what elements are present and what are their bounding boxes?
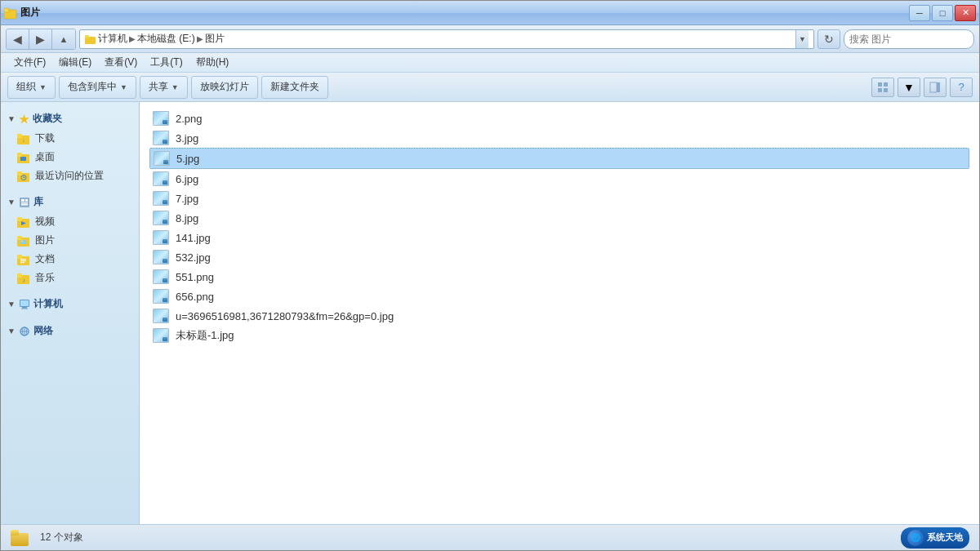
file-item[interactable]: 3.jpg bbox=[149, 128, 969, 148]
nav-btn-group: ◀ ▶ ▲ bbox=[6, 29, 76, 50]
slideshow-button[interactable]: 放映幻灯片 bbox=[191, 76, 258, 99]
favorites-star-icon: ★ bbox=[19, 113, 29, 126]
search-input[interactable] bbox=[849, 33, 972, 45]
sidebar-library-header[interactable]: ▼ 库 bbox=[1, 192, 139, 212]
svg-rect-36 bbox=[20, 260, 26, 261]
file-item[interactable]: 7.jpg bbox=[149, 189, 969, 208]
new-folder-button[interactable]: 新建文件夹 bbox=[261, 76, 328, 99]
address-folder-icon bbox=[85, 34, 96, 44]
back-button[interactable]: ◀ bbox=[7, 29, 29, 49]
library-icon bbox=[19, 197, 30, 208]
file-item[interactable]: 141.jpg bbox=[149, 228, 969, 247]
include-button[interactable]: 包含到库中 ▼ bbox=[59, 76, 136, 99]
file-name-label: 6.jpg bbox=[176, 173, 198, 185]
svg-rect-42 bbox=[20, 300, 29, 306]
svg-rect-30 bbox=[17, 236, 22, 240]
toolbar: 组织 ▼ 包含到库中 ▼ 共享 ▼ 放映幻灯片 新建文件夹 bbox=[1, 73, 979, 102]
menu-file[interactable]: 文件(F) bbox=[7, 54, 52, 71]
include-label: 包含到库中 bbox=[68, 80, 117, 94]
svg-rect-25 bbox=[21, 204, 28, 206]
file-thumbnail-icon bbox=[153, 191, 169, 206]
sidebar-item-video[interactable]: 视频 bbox=[1, 212, 139, 231]
brand-text: 系统天地 bbox=[927, 531, 963, 544]
sidebar-item-download[interactable]: ↓ 下载 bbox=[1, 129, 139, 148]
path-part-disk[interactable]: 本地磁盘 (E:) bbox=[137, 32, 195, 46]
sidebar-pictures-label: 图片 bbox=[35, 233, 55, 247]
main-content: ▼ ★ 收藏夹 ↓ 下载 bbox=[1, 102, 979, 524]
file-name-label: 3.jpg bbox=[176, 132, 198, 144]
file-name-label: 2.png bbox=[176, 113, 203, 125]
menu-help[interactable]: 帮助(H) bbox=[189, 54, 236, 71]
sidebar-network-header[interactable]: ▼ 网络 bbox=[1, 321, 139, 341]
sidebar-computer-header[interactable]: ▼ 计算机 bbox=[1, 294, 139, 314]
svg-rect-43 bbox=[22, 307, 27, 309]
svg-point-32 bbox=[21, 240, 23, 242]
file-item[interactable]: 551.png bbox=[149, 267, 969, 287]
path-part-computer[interactable]: 计算机 bbox=[98, 32, 127, 46]
sidebar-item-recent[interactable]: 最近访问的位置 bbox=[1, 167, 139, 185]
sidebar-item-docs[interactable]: 文档 bbox=[1, 250, 139, 269]
svg-rect-3 bbox=[85, 35, 89, 38]
video-icon bbox=[17, 216, 30, 229]
svg-rect-23 bbox=[25, 199, 28, 202]
refresh-button[interactable]: ↻ bbox=[817, 29, 840, 49]
svg-rect-35 bbox=[20, 259, 26, 260]
address-dropdown-button[interactable]: ▼ bbox=[795, 30, 808, 48]
file-item[interactable]: 未标题-1.jpg bbox=[149, 326, 969, 345]
close-button[interactable]: ✕ bbox=[955, 5, 976, 21]
file-item[interactable]: u=3696516981,3671280793&fm=26&gp=0.jpg bbox=[149, 306, 969, 326]
network-label: 网络 bbox=[33, 324, 53, 338]
file-thumbnail-icon bbox=[153, 269, 169, 284]
view-dropdown-button[interactable]: ▼ bbox=[898, 78, 920, 97]
help-button[interactable]: ? bbox=[950, 78, 973, 97]
minimize-button[interactable]: ─ bbox=[909, 5, 930, 21]
file-item[interactable]: 532.jpg bbox=[149, 247, 969, 267]
menubar: 文件(F) 编辑(E) 查看(V) 工具(T) 帮助(H) bbox=[1, 53, 979, 73]
favorites-chevron: ▼ bbox=[7, 114, 16, 123]
address-box[interactable]: 计算机 ▶ 本地磁盘 (E:) ▶ 图片 ▼ bbox=[79, 29, 814, 49]
svg-rect-22 bbox=[21, 199, 24, 202]
pictures-icon bbox=[17, 234, 30, 247]
menu-edit[interactable]: 编辑(E) bbox=[52, 54, 98, 71]
sidebar-item-pictures[interactable]: 图片 bbox=[1, 231, 139, 250]
sidebar-favorites-header[interactable]: ▼ ★ 收藏夹 bbox=[1, 109, 139, 129]
file-thumbnail-icon bbox=[153, 111, 169, 126]
brand-badge: 🌐 系统天地 bbox=[901, 527, 969, 549]
file-item[interactable]: 8.jpg bbox=[149, 208, 969, 228]
preview-pane-button[interactable] bbox=[924, 78, 947, 97]
file-name-label: 141.jpg bbox=[176, 232, 211, 244]
view-size-button[interactable] bbox=[871, 78, 894, 97]
sidebar-desktop-label: 桌面 bbox=[35, 150, 55, 164]
share-button[interactable]: 共享 ▼ bbox=[140, 76, 188, 99]
file-item[interactable]: 656.png bbox=[149, 287, 969, 306]
menu-view[interactable]: 查看(V) bbox=[98, 54, 144, 71]
titlebar-buttons: ─ □ ✕ bbox=[909, 5, 976, 21]
up-button[interactable]: ▲ bbox=[52, 29, 75, 49]
svg-rect-9 bbox=[937, 82, 940, 92]
file-thumbnail-icon bbox=[153, 289, 169, 304]
sidebar-item-desktop[interactable]: 桌面 bbox=[1, 148, 139, 167]
sidebar-recent-label: 最近访问的位置 bbox=[35, 169, 104, 183]
organize-button[interactable]: 组织 ▼ bbox=[7, 76, 56, 99]
file-item[interactable]: 5.jpg bbox=[149, 148, 969, 169]
menu-tools[interactable]: 工具(T) bbox=[144, 54, 189, 71]
computer-icon bbox=[19, 299, 30, 310]
search-box[interactable]: 🔍 bbox=[844, 29, 974, 49]
sidebar-item-music[interactable]: ♪ 音乐 bbox=[1, 269, 139, 287]
forward-button[interactable]: ▶ bbox=[29, 29, 52, 49]
sidebar-library-section: ▼ 库 bbox=[1, 192, 139, 287]
file-item[interactable]: 2.png bbox=[149, 109, 969, 128]
path-part-folder[interactable]: 图片 bbox=[205, 32, 225, 46]
download-folder-icon: ↓ bbox=[17, 132, 30, 145]
svg-rect-7 bbox=[884, 88, 888, 92]
titlebar-icon bbox=[4, 7, 17, 20]
file-item[interactable]: 6.jpg bbox=[149, 169, 969, 189]
addressbar-row: ◀ ▶ ▲ 计算机 ▶ 本地磁盘 (E:) ▶ 图片 ▼ ↻ 🔍 bbox=[1, 25, 979, 53]
file-thumbnail-icon bbox=[153, 250, 169, 264]
path-arrow-1: ▶ bbox=[129, 34, 136, 43]
svg-rect-11 bbox=[17, 134, 22, 138]
file-thumbnail-icon bbox=[153, 131, 169, 145]
maximize-button[interactable]: □ bbox=[932, 5, 953, 21]
svg-rect-31 bbox=[20, 240, 26, 244]
statusbar-folder-icon bbox=[11, 530, 30, 546]
